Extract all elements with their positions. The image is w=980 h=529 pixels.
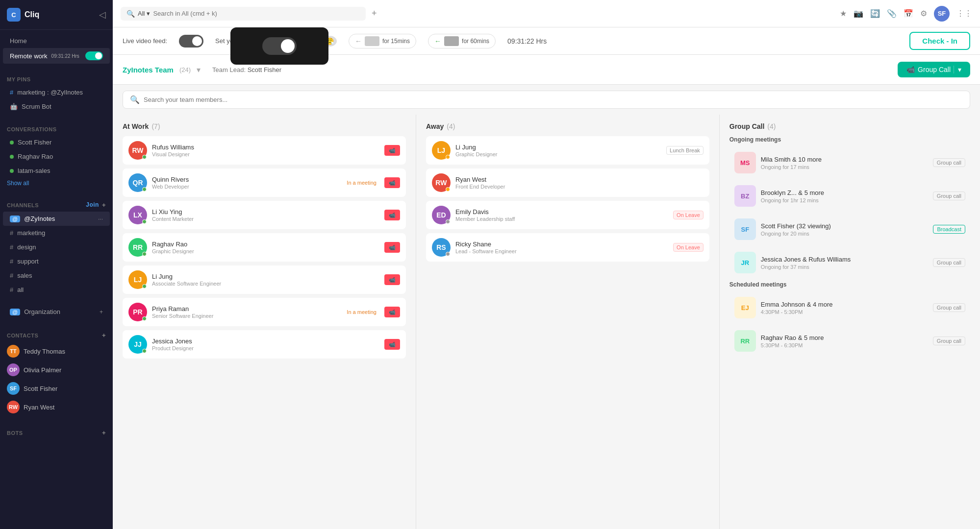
at-work-count: (7) xyxy=(151,122,160,130)
sidebar-collapse-icon[interactable]: ◁ xyxy=(99,9,106,20)
sidebar-item-organization[interactable]: @ Organization + xyxy=(3,305,110,319)
member-info-lixiuying: Li Xiu Ying Content Marketer xyxy=(152,208,379,222)
member-card-quinn[interactable]: QR Quinn Rivers Web Developer In a meeti… xyxy=(123,168,406,197)
popup-toggle[interactable] xyxy=(262,37,297,55)
member-card-jessica[interactable]: JJ Jessica Jones Product Designer 📹 xyxy=(123,330,406,359)
video-call-priya[interactable]: 📹 xyxy=(384,307,400,317)
away-column: Away (4) LJ Li Jung Graphic Designer Lun… xyxy=(416,115,720,529)
add-bot-icon[interactable]: + xyxy=(102,429,106,436)
camera-icon[interactable]: 📷 xyxy=(854,9,863,18)
member-card-emily-away[interactable]: ED Emily Davis Member Leadership staff O… xyxy=(426,201,709,229)
member-card-ryanwest-away[interactable]: RW Ryan West Front End Developer xyxy=(426,168,709,197)
member-card-ricky-away[interactable]: RS Ricky Shane Lead - Software Engineer … xyxy=(426,233,709,262)
sidebar-item-sales[interactable]: # sales xyxy=(3,268,110,283)
meeting-card-scott[interactable]: SF Scott Fisher (32 viewing) Ongoing for… xyxy=(729,215,970,244)
team-name[interactable]: ZyInotes Team xyxy=(123,66,174,74)
sidebar-item-home[interactable]: Home xyxy=(3,34,110,48)
scott-meeting-type: Broadcast xyxy=(933,225,965,234)
video-call-quinn[interactable]: 📹 xyxy=(384,177,400,188)
sidebar-item-ryan-west[interactable]: RW Ryan West xyxy=(0,398,113,416)
meeting-info-scott: Scott Fisher (32 viewing) Ongoing for 20… xyxy=(761,222,929,237)
meeting-card-raghav-scheduled[interactable]: RR Raghav Rao & 5 more 5:30PM - 6:30PM G… xyxy=(729,326,970,356)
status-dot-ricky-away xyxy=(446,252,450,256)
settings-icon[interactable]: ⚙ xyxy=(920,9,927,18)
member-card-lixiuying[interactable]: LX Li Xiu Ying Content Marketer 📹 xyxy=(123,201,406,229)
sidebar-item-zyInotes[interactable]: @ @ZyInotes ··· xyxy=(3,212,110,226)
grid-icon[interactable]: ⋮⋮ xyxy=(956,9,972,18)
sidebar-item-design[interactable]: # design xyxy=(3,240,110,254)
search-all-dropdown[interactable]: All ▾ xyxy=(138,10,150,17)
meeting-card-mila[interactable]: MS Mila Smith & 10 more Ongoing for 17 m… xyxy=(729,148,970,177)
sidebar-header: C Cliq ◁ xyxy=(0,0,113,30)
group-call-button[interactable]: 📹 Group Call ▾ xyxy=(898,62,970,77)
channels-section: Channels Join + @ @ZyInotes ··· # market… xyxy=(0,192,113,301)
meeting-card-brooklyn[interactable]: BZ Brooklyn Z... & 5 more Ongoing for 1h… xyxy=(729,181,970,211)
video-call-raghav[interactable]: 📹 xyxy=(384,242,400,253)
member-info-rufus: Rufus Williams Visual Designer xyxy=(152,144,379,157)
member-info-lijung-away: Li Jung Graphic Designer xyxy=(455,144,661,157)
status-dot-raghav xyxy=(142,252,147,256)
sidebar-item-remote-work[interactable]: Remote work 09:31:22 Hrs xyxy=(3,48,110,64)
member-info-ricky-away: Ricky Shane Lead - Software Engineer xyxy=(455,240,668,254)
sidebar-item-marketing[interactable]: # marketing : @ZylInotes xyxy=(3,85,110,99)
my-pins-header: My Pins xyxy=(0,73,113,85)
contacts-header: Contacts + xyxy=(0,329,113,342)
add-tab-icon[interactable]: + xyxy=(372,8,377,19)
meeting-info-brooklyn: Brooklyn Z... & 5 more Ongoing for 1hr 1… xyxy=(761,189,928,203)
sidebar-item-all[interactable]: # all xyxy=(3,283,110,297)
status-dot-emily-away xyxy=(446,219,450,224)
sidebar-item-scrum-bot[interactable]: 🤖 Scrum Bot xyxy=(3,99,110,114)
video-call-jessica[interactable]: 📹 xyxy=(384,339,400,350)
team-dropdown-icon[interactable]: ▾ xyxy=(197,65,201,74)
group-call-dropdown-icon[interactable]: ▾ xyxy=(954,66,961,73)
search-input[interactable] xyxy=(153,10,360,17)
sidebar-item-scott-fisher[interactable]: Scott Fisher xyxy=(3,135,110,149)
meeting-card-emma[interactable]: EJ Emma Johnson & 4 more 4:30PM - 5:30PM… xyxy=(729,293,970,322)
add-contact-icon[interactable]: + xyxy=(102,332,106,339)
add-channel-icon[interactable]: + xyxy=(102,201,106,209)
member-search-input[interactable] xyxy=(144,96,963,103)
member-card-lijung[interactable]: LJ Li Jung Associate Software Engineer 📹 xyxy=(123,265,406,294)
user-avatar[interactable]: SF xyxy=(934,6,950,22)
sidebar-item-support[interactable]: # support xyxy=(3,254,110,268)
team-columns: At Work (7) RW Rufus Williams Visual Des… xyxy=(113,115,980,529)
member-avatar-ryanwest-away: RW xyxy=(432,173,451,192)
sidebar-item-raghav-rao[interactable]: Raghav Rao xyxy=(3,149,110,164)
attachment-icon[interactable]: 📎 xyxy=(887,9,897,18)
remote-work-toggle[interactable] xyxy=(85,51,103,60)
checkin-button[interactable]: Check - In xyxy=(909,32,970,50)
favorites-icon[interactable]: ★ xyxy=(840,9,847,18)
show-all-conversations[interactable]: Show all xyxy=(0,178,113,189)
member-card-rufus[interactable]: RW Rufus Williams Visual Designer 📹 xyxy=(123,136,406,165)
sidebar-item-marketing-channel[interactable]: # marketing xyxy=(3,226,110,240)
sidebar-item-latam-sales[interactable]: latam-sales xyxy=(3,164,110,178)
member-info-lijung: Li Jung Associate Software Engineer xyxy=(152,273,379,287)
video-call-lijung[interactable]: 📹 xyxy=(384,274,400,285)
member-card-raghav[interactable]: RR Raghav Rao Graphic Designer 📹 xyxy=(123,233,406,262)
member-card-priya[interactable]: PR Priya Raman Senior Software Engineer … xyxy=(123,298,406,326)
video-call-lixiuying[interactable]: 📹 xyxy=(384,210,400,220)
video-feed-toggle[interactable] xyxy=(179,35,203,48)
lijung-away-tag: Lunch Break xyxy=(666,146,704,155)
sidebar-item-olivia-palmer[interactable]: OP Olivia Palmer xyxy=(0,361,113,379)
emily-tag: On Leave xyxy=(673,211,704,219)
raghav-scheduled-meeting-type: Group call xyxy=(933,337,965,345)
member-avatar-jessica: JJ xyxy=(128,335,147,354)
join-channel-label[interactable]: Join xyxy=(86,201,99,209)
for-15mins-button[interactable]: ← for 15mins xyxy=(349,34,416,48)
refresh-icon[interactable]: 🔄 xyxy=(870,9,880,18)
calendar-icon[interactable]: 📅 xyxy=(904,9,913,18)
sidebar: C Cliq ◁ Home Remote work 09:31:22 Hrs M… xyxy=(0,0,113,529)
bots-section: Bots + xyxy=(0,420,113,443)
app-name: Cliq xyxy=(25,10,39,19)
for-60mins-button[interactable]: ← for 60mins xyxy=(428,34,496,48)
member-card-lijung-away[interactable]: LJ Li Jung Graphic Designer Lunch Break xyxy=(426,136,709,165)
meeting-card-jessica-rufus[interactable]: JR Jessica Jones & Rufus Williams Ongoin… xyxy=(729,248,970,277)
group-call-title: Group Call (4) xyxy=(729,122,970,130)
status-dot-jessica xyxy=(142,349,147,353)
sidebar-item-teddy-thomas[interactable]: TT Teddy Thomas xyxy=(0,342,113,361)
member-avatar-emily-away: ED xyxy=(432,206,451,224)
sidebar-item-scott-fisher-contact[interactable]: SF Scott Fisher xyxy=(0,379,113,398)
conversations-header: Conversations xyxy=(0,123,113,135)
video-call-rufus[interactable]: 📹 xyxy=(384,145,400,156)
